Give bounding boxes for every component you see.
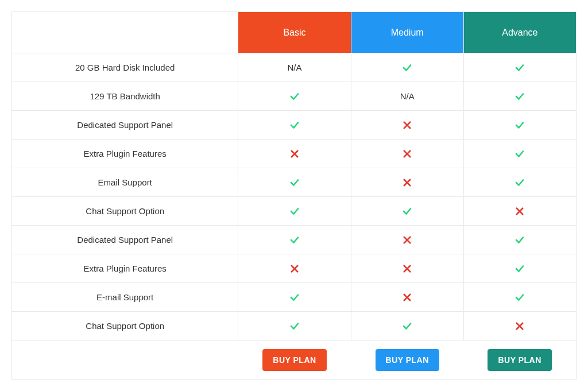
check-icon — [289, 120, 300, 130]
check-icon — [514, 177, 525, 188]
plan-header-row: Basic Medium Advance — [12, 12, 577, 53]
feature-row: Chat Support Option — [12, 197, 577, 226]
feature-row: Email Support — [12, 168, 577, 197]
check-icon — [514, 91, 525, 102]
feature-row: Chat Support Option — [12, 312, 577, 340]
plan-header-advance: Advance — [463, 12, 576, 53]
plan-header-basic: Basic — [238, 12, 351, 53]
feature-cell-basic — [238, 283, 351, 312]
check-icon — [514, 264, 525, 274]
cross-icon — [289, 149, 300, 159]
feature-cell-advance — [463, 197, 576, 226]
feature-row: Dedicated Support Panel — [12, 111, 577, 140]
feature-cell-basic — [238, 168, 351, 197]
feature-label: 20 GB Hard Disk Included — [12, 53, 238, 82]
check-icon — [289, 292, 300, 303]
check-icon — [514, 292, 525, 303]
feature-cell-advance — [463, 254, 576, 283]
buy-cell-advance: BUY PLAN — [463, 340, 576, 380]
feature-row: Dedicated Support Panel — [12, 226, 577, 254]
feature-cell-advance — [463, 226, 576, 254]
empty-footer-cell — [12, 340, 238, 380]
check-icon — [402, 206, 412, 216]
cross-icon — [289, 264, 300, 274]
feature-label: E-mail Support — [12, 283, 238, 312]
feature-cell-medium — [351, 226, 463, 254]
feature-cell-advance — [463, 283, 576, 312]
feature-cell-basic: N/A — [238, 53, 351, 82]
feature-row: Extra Plugin Features — [12, 140, 577, 168]
cross-icon — [402, 120, 412, 130]
feature-cell-medium: N/A — [351, 82, 463, 111]
feature-label: Extra Plugin Features — [12, 140, 238, 168]
feature-cell-medium — [351, 283, 463, 312]
cross-icon — [514, 206, 525, 216]
check-icon — [514, 149, 525, 159]
buy-cell-medium: BUY PLAN — [351, 340, 463, 380]
feature-label: Extra Plugin Features — [12, 254, 238, 283]
buy-plan-button-basic[interactable]: BUY PLAN — [262, 349, 326, 371]
feature-cell-medium — [351, 254, 463, 283]
feature-cell-basic — [238, 226, 351, 254]
na-text: N/A — [287, 63, 301, 72]
feature-cell-medium — [351, 53, 463, 82]
feature-row: 129 TB BandwidthN/A — [12, 82, 577, 111]
cross-icon — [402, 264, 412, 274]
feature-cell-advance — [463, 53, 576, 82]
check-icon — [289, 91, 300, 102]
feature-cell-basic — [238, 254, 351, 283]
buy-plan-button-advance[interactable]: BUY PLAN — [488, 349, 551, 371]
feature-label: 129 TB Bandwidth — [12, 82, 238, 111]
feature-rows: 20 GB Hard Disk IncludedN/A129 TB Bandwi… — [12, 53, 577, 340]
cross-icon — [402, 177, 412, 188]
feature-label: Chat Support Option — [12, 312, 238, 340]
feature-cell-medium — [351, 168, 463, 197]
feature-cell-advance — [463, 312, 576, 340]
feature-cell-basic — [238, 111, 351, 140]
feature-label: Email Support — [12, 168, 238, 197]
check-icon — [514, 63, 525, 73]
buy-plan-button-medium[interactable]: BUY PLAN — [376, 349, 439, 371]
check-icon — [514, 120, 525, 130]
feature-cell-advance — [463, 168, 576, 197]
check-icon — [402, 63, 412, 73]
feature-cell-basic — [238, 197, 351, 226]
plan-header-medium: Medium — [351, 12, 463, 53]
feature-cell-basic — [238, 82, 351, 111]
feature-label: Dedicated Support Panel — [12, 111, 238, 140]
buy-row: BUY PLAN BUY PLAN BUY PLAN — [12, 340, 577, 380]
feature-cell-advance — [463, 111, 576, 140]
check-icon — [289, 206, 300, 216]
feature-cell-medium — [351, 197, 463, 226]
feature-cell-basic — [238, 312, 351, 340]
feature-cell-medium — [351, 312, 463, 340]
feature-cell-basic — [238, 140, 351, 168]
feature-cell-advance — [463, 140, 576, 168]
check-icon — [289, 177, 300, 188]
feature-row: Extra Plugin Features — [12, 254, 577, 283]
check-icon — [289, 235, 300, 245]
cross-icon — [402, 292, 412, 303]
cross-icon — [402, 149, 412, 159]
buy-cell-basic: BUY PLAN — [238, 340, 351, 380]
check-icon — [514, 235, 525, 245]
feature-row: E-mail Support — [12, 283, 577, 312]
empty-header-cell — [12, 12, 238, 53]
feature-cell-medium — [351, 111, 463, 140]
feature-label: Chat Support Option — [12, 197, 238, 226]
check-icon — [402, 321, 412, 331]
pricing-comparison-table: Basic Medium Advance 20 GB Hard Disk Inc… — [11, 11, 577, 380]
feature-cell-advance — [463, 82, 576, 111]
check-icon — [289, 321, 300, 331]
cross-icon — [514, 321, 525, 331]
feature-cell-medium — [351, 140, 463, 168]
na-text: N/A — [400, 91, 415, 101]
feature-row: 20 GB Hard Disk IncludedN/A — [12, 53, 577, 82]
cross-icon — [402, 235, 412, 245]
feature-label: Dedicated Support Panel — [12, 226, 238, 254]
